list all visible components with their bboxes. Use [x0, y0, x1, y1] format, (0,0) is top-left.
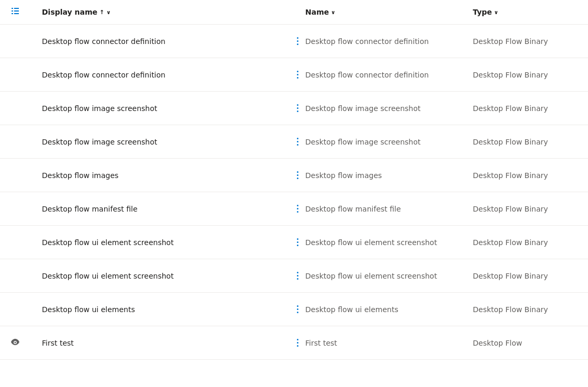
table-header: Display name ↑ ∨ Name ∨ Type ∨: [0, 0, 588, 25]
row-display-name: Desktop flow ui elements: [42, 305, 290, 314]
svg-rect-5: [14, 13, 19, 14]
svg-rect-2: [12, 10, 13, 12]
row-display-name: First test: [42, 339, 290, 347]
more-options-button[interactable]: [294, 35, 302, 47]
eye-icon: [10, 338, 20, 347]
table-row[interactable]: First test First testDesktop Flow: [0, 326, 588, 360]
table-row[interactable]: Desktop flow ui elements Desktop flow ui…: [0, 293, 588, 326]
row-actions-button[interactable]: [290, 169, 305, 181]
more-options-button[interactable]: [294, 337, 302, 349]
row-name: Desktop flow image screenshot: [305, 104, 473, 113]
row-display-name: Desktop flow ui element screenshot: [42, 238, 290, 247]
type-sort-chevron[interactable]: ∨: [494, 9, 498, 15]
row-type: Desktop Flow Binary: [473, 238, 578, 247]
row-type: Desktop Flow Binary: [473, 272, 578, 280]
row-display-name: Desktop flow manifest file: [42, 205, 290, 213]
row-type: Desktop Flow: [473, 339, 578, 347]
header-display-name[interactable]: Display name ↑ ∨: [42, 8, 290, 16]
row-display-name: Desktop flow connector definition: [42, 37, 290, 46]
dot3: [297, 245, 298, 246]
table-row[interactable]: Desktop flow manifest file Desktop flow …: [0, 192, 588, 226]
dot1: [297, 205, 298, 206]
row-actions-button[interactable]: [290, 303, 305, 315]
row-type: Desktop Flow Binary: [473, 71, 578, 79]
svg-rect-0: [12, 8, 13, 9]
row-actions-button[interactable]: [290, 270, 305, 282]
more-options-button[interactable]: [294, 169, 302, 181]
svg-rect-3: [14, 10, 19, 12]
dot2: [297, 141, 298, 142]
row-type: Desktop Flow Binary: [473, 37, 578, 46]
header-name[interactable]: Name ∨: [305, 8, 473, 16]
table-row[interactable]: Desktop flow images Desktop flow imagesD…: [0, 159, 588, 192]
row-actions-button[interactable]: [290, 203, 305, 215]
row-actions-button[interactable]: [290, 236, 305, 248]
row-type: Desktop Flow Binary: [473, 104, 578, 113]
dot1: [297, 171, 298, 173]
dot1: [297, 305, 298, 307]
more-options-button[interactable]: [294, 69, 302, 81]
dot3: [297, 345, 298, 347]
row-name: First test: [305, 339, 473, 347]
dot2: [297, 107, 298, 109]
sort-asc-icon: ↑: [99, 9, 104, 16]
dot1: [297, 272, 298, 273]
row-name: Desktop flow connector definition: [305, 37, 473, 46]
row-name: Desktop flow connector definition: [305, 71, 473, 79]
row-display-name: Desktop flow connector definition: [42, 71, 290, 79]
row-actions-button[interactable]: [290, 136, 305, 148]
row-name: Desktop flow ui element screenshot: [305, 238, 473, 247]
name-label: Name: [305, 8, 329, 16]
dot1: [297, 37, 298, 39]
dot2: [297, 40, 298, 42]
table-row[interactable]: Desktop flow ui element screenshot Deskt…: [0, 259, 588, 293]
table-row[interactable]: Desktop flow connector definition Deskto…: [0, 58, 588, 92]
row-name: Desktop flow ui element screenshot: [305, 272, 473, 280]
row-name: Desktop flow manifest file: [305, 205, 473, 213]
table-row[interactable]: Desktop flow image screenshot Desktop fl…: [0, 92, 588, 125]
header-type[interactable]: Type ∨: [473, 8, 578, 16]
dot1: [297, 138, 298, 139]
row-type: Desktop Flow Binary: [473, 305, 578, 314]
more-options-button[interactable]: [294, 136, 302, 148]
more-options-button[interactable]: [294, 303, 302, 315]
data-table: Display name ↑ ∨ Name ∨ Type ∨ Desktop f…: [0, 0, 588, 360]
row-actions-button[interactable]: [290, 102, 305, 114]
row-actions-button[interactable]: [290, 69, 305, 81]
dot1: [297, 339, 298, 340]
table-row[interactable]: Desktop flow ui element screenshot Deskt…: [0, 226, 588, 259]
dot2: [297, 342, 298, 344]
more-options-button[interactable]: [294, 102, 302, 114]
rows-container: Desktop flow connector definition Deskto…: [0, 25, 588, 360]
row-icon-col: [10, 338, 42, 347]
dot1: [297, 104, 298, 106]
svg-rect-1: [14, 8, 19, 9]
row-type: Desktop Flow Binary: [473, 138, 578, 146]
type-label: Type: [473, 8, 492, 16]
row-actions-button[interactable]: [290, 35, 305, 47]
dot3: [297, 211, 298, 213]
row-name: Desktop flow ui elements: [305, 305, 473, 314]
table-row[interactable]: Desktop flow image screenshot Desktop fl…: [0, 125, 588, 159]
dot3: [297, 278, 298, 280]
dot2: [297, 308, 298, 310]
row-display-name: Desktop flow images: [42, 171, 290, 180]
dot3: [297, 144, 298, 146]
row-actions-button[interactable]: [290, 337, 305, 349]
dot2: [297, 208, 298, 209]
more-options-button[interactable]: [294, 236, 302, 248]
row-display-name: Desktop flow ui element screenshot: [42, 272, 290, 280]
table-row[interactable]: Desktop flow connector definition Deskto…: [0, 25, 588, 58]
dot3: [297, 43, 298, 45]
dot3: [297, 110, 298, 112]
list-view-icon[interactable]: [10, 7, 20, 18]
more-options-button[interactable]: [294, 270, 302, 282]
svg-rect-4: [12, 13, 13, 14]
dot1: [297, 71, 298, 72]
more-options-button[interactable]: [294, 203, 302, 215]
name-sort-chevron[interactable]: ∨: [331, 9, 335, 15]
dot2: [297, 241, 298, 243]
display-name-sort-chevron[interactable]: ∨: [106, 9, 110, 15]
dot2: [297, 275, 298, 277]
dot1: [297, 238, 298, 240]
